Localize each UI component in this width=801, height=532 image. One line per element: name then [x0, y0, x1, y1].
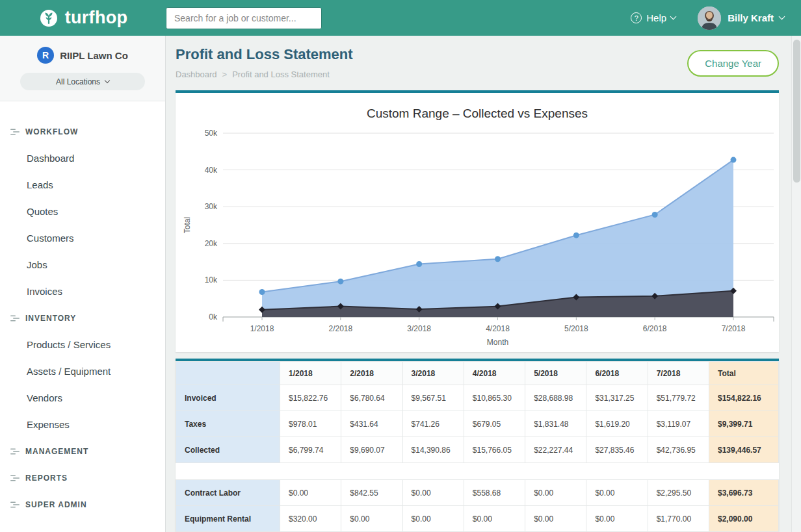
nav-section-label: WORKFLOW — [25, 127, 78, 136]
sidebar-item-expenses[interactable]: Expenses — [0, 411, 165, 438]
cell: $15,822.76 — [280, 385, 341, 411]
scrollbar-thumb[interactable] — [793, 40, 800, 183]
collected-point — [259, 289, 265, 295]
cell: $27,835.46 — [586, 437, 648, 463]
pnl-table: 1/20182/20183/20184/20185/20186/20187/20… — [176, 361, 779, 532]
cell: $431.64 — [341, 411, 402, 437]
table-row: Contract Labor$0.00$842.55$0.00$558.68$0… — [176, 480, 779, 506]
collected-point — [652, 212, 658, 218]
collected-point — [573, 233, 579, 238]
nav-section-super-admin[interactable]: SUPER ADMIN — [0, 491, 165, 518]
nav-section-label: REPORTS — [25, 474, 68, 483]
x-tick-label: 1/2018 — [250, 324, 274, 333]
cell: $10,865.30 — [464, 385, 525, 411]
table-row: Collected$6,799.74$9,690.07$14,390.86$15… — [176, 437, 779, 463]
breadcrumb-separator — [222, 70, 228, 79]
search-input[interactable] — [166, 7, 322, 29]
column-header: 4/2018 — [464, 362, 525, 385]
sidebar-item-leads[interactable]: Leads — [0, 171, 165, 198]
avatar[interactable] — [698, 6, 721, 30]
row-total: $3,696.73 — [709, 480, 779, 506]
nav-section-icon — [10, 475, 20, 481]
cell: $1,619.20 — [586, 411, 648, 437]
cell: $0.00 — [525, 506, 586, 532]
collected-point — [416, 261, 422, 267]
sidebar-item-invoices[interactable]: Invoices — [0, 278, 165, 305]
collected-point — [495, 256, 501, 262]
locations-label: All Locations — [56, 77, 100, 86]
collected-vs-expenses-chart: 0k10k20k30k40k50k1/20182/20183/20184/201… — [176, 123, 779, 351]
topbar: turfhop ? Help Billy Kraft — [0, 0, 801, 36]
change-year-button[interactable]: Change Year — [687, 50, 779, 77]
company-badge: R — [37, 47, 54, 64]
column-header: Total — [709, 362, 779, 385]
cell: $9,567.51 — [402, 385, 464, 411]
cell: $320.00 — [280, 506, 341, 532]
collected-point — [731, 157, 737, 163]
cell: $2,295.50 — [648, 480, 709, 506]
help-label: Help — [646, 12, 666, 23]
nav-section-workflow[interactable]: WORKFLOW — [0, 118, 165, 145]
sidebar-item-jobs[interactable]: Jobs — [0, 251, 165, 278]
help-menu[interactable]: ? Help — [631, 12, 676, 23]
column-header: 2/2018 — [341, 362, 402, 385]
table-row: Equipment Rental$320.00$0.00$0.00$0.00$0… — [176, 506, 779, 532]
company-block: R RIIPL Lawn Co All Locations — [0, 36, 165, 101]
cell: $0.00 — [586, 506, 648, 532]
table-row: Taxes$978.01$431.64$741.26$679.05$1,831.… — [176, 411, 779, 437]
nav-section-icon — [10, 501, 20, 508]
cell: $1,770.00 — [648, 506, 709, 532]
sidebar-item-dashboard[interactable]: Dashboard — [0, 145, 165, 171]
column-header: 6/2018 — [586, 362, 648, 385]
sidebar-item-products-services[interactable]: Products / Services — [0, 331, 165, 358]
breadcrumb-current: Profit and Loss Statement — [232, 70, 330, 79]
cell: $0.00 — [402, 506, 464, 532]
cell: $679.05 — [464, 411, 525, 437]
cell: $42,736.95 — [648, 437, 709, 463]
user-menu[interactable]: Billy Kraft — [728, 12, 784, 23]
cell: $558.68 — [464, 480, 525, 506]
sidebar-item-assets-equipment[interactable]: Assets / Equipment — [0, 358, 165, 385]
sidebar-nav: WORKFLOWDashboardLeadsQuotesCustomersJob… — [0, 101, 165, 518]
chevron-down-icon — [105, 78, 110, 83]
row-label: Collected — [176, 437, 280, 463]
help-icon: ? — [631, 12, 642, 23]
cell: $0.00 — [464, 506, 525, 532]
y-tick-label: 10k — [205, 275, 218, 285]
nav-section-management[interactable]: MANAGEMENT — [0, 438, 165, 464]
company-name: RIIPL Lawn Co — [60, 50, 128, 61]
cell: $0.00 — [280, 480, 341, 506]
chart-title: Custom Range – Collected vs Expenses — [176, 93, 779, 123]
pnl-table-body: Invoiced$15,822.76$6,780.64$9,567.51$10,… — [176, 385, 779, 532]
x-tick-label: 4/2018 — [486, 324, 510, 333]
breadcrumb-dashboard[interactable]: Dashboard — [176, 70, 217, 79]
column-header: 1/2018 — [280, 362, 341, 385]
sidebar-item-quotes[interactable]: Quotes — [0, 198, 165, 225]
turfhop-logo-icon — [38, 8, 59, 29]
locations-dropdown[interactable]: All Locations — [20, 73, 145, 90]
window-scrollbar[interactable] — [791, 36, 801, 532]
y-tick-label: 20k — [205, 239, 218, 248]
y-tick-label: 50k — [205, 129, 218, 138]
collected-point — [337, 279, 343, 285]
nav-section-inventory[interactable]: INVENTORY — [0, 305, 165, 331]
cell: $6,799.74 — [280, 437, 341, 463]
turfhop-logo[interactable]: turfhop — [0, 8, 166, 29]
sidebar-item-customers[interactable]: Customers — [0, 225, 165, 251]
cell: $0.00 — [586, 480, 648, 506]
nav-section-reports[interactable]: REPORTS — [0, 464, 165, 491]
x-tick-label: 6/2018 — [643, 324, 667, 333]
x-axis-title: Month — [487, 338, 508, 347]
row-total: $2,090.00 — [709, 506, 779, 532]
x-tick-label: 2/2018 — [328, 324, 352, 333]
cell: $741.26 — [402, 411, 464, 437]
cell: $14,390.86 — [402, 437, 464, 463]
topbar-right: ? Help Billy Kraft — [631, 6, 801, 30]
cell: $6,780.64 — [341, 385, 402, 411]
nav-section-label: MANAGEMENT — [25, 447, 88, 456]
cell: $0.00 — [525, 480, 586, 506]
table-row: Invoiced$15,822.76$6,780.64$9,567.51$10,… — [176, 385, 779, 411]
sidebar-item-vendors[interactable]: Vendors — [0, 385, 165, 411]
nav-section-icon — [10, 315, 20, 322]
row-total: $9,399.71 — [709, 411, 779, 437]
